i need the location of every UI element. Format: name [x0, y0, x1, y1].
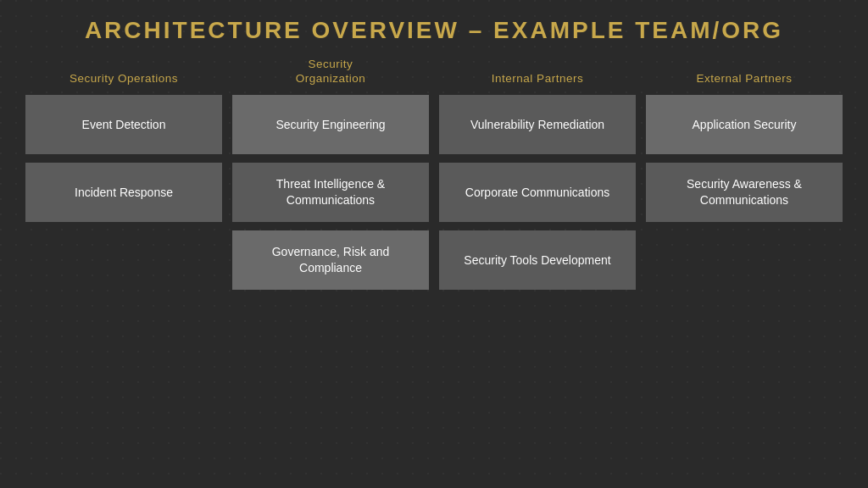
col-header-int-partners: Internal Partners: [492, 56, 583, 86]
column-internal-partners: Internal Partners Vulnerability Remediat…: [439, 56, 636, 471]
page-title: ARCHITECTURE OVERVIEW – EXAMPLE TEAM/ORG: [25, 17, 843, 44]
card-event-detection: Event Detection: [25, 95, 222, 154]
card-security-awareness-communications: Security Awareness & Communications: [646, 163, 843, 222]
cards-ext-partners: Application Security Security Awareness …: [646, 95, 843, 222]
card-incident-response: Incident Response: [25, 163, 222, 222]
card-vulnerability-remediation: Vulnerability Remediation: [439, 95, 636, 154]
card-corporate-communications: Corporate Communications: [439, 163, 636, 222]
card-security-engineering: Security Engineering: [232, 95, 429, 154]
col-header-ext-partners: External Partners: [697, 56, 793, 86]
column-external-partners: External Partners Application Security S…: [646, 56, 843, 471]
page: ARCHITECTURE OVERVIEW – EXAMPLE TEAM/ORG…: [0, 0, 868, 488]
col-header-sec-ops: Security Operations: [70, 56, 178, 86]
col-header-sec-org: Security Organization: [296, 56, 366, 86]
card-governance-risk-compliance: Governance, Risk and Compliance: [232, 230, 429, 290]
cards-sec-org: Security Engineering Threat Intelligence…: [232, 95, 429, 290]
card-threat-intelligence: Threat Intelligence & Communications: [232, 163, 429, 222]
cards-sec-ops: Event Detection Incident Response: [25, 95, 222, 222]
card-security-tools-development: Security Tools Development: [439, 230, 636, 290]
column-security-organization: Security Organization Security Engineeri…: [232, 56, 429, 471]
card-application-security: Application Security: [646, 95, 843, 154]
column-security-operations: Security Operations Event Detection Inci…: [25, 56, 222, 471]
cards-int-partners: Vulnerability Remediation Corporate Comm…: [439, 95, 636, 290]
columns-container: Security Operations Event Detection Inci…: [25, 56, 843, 471]
